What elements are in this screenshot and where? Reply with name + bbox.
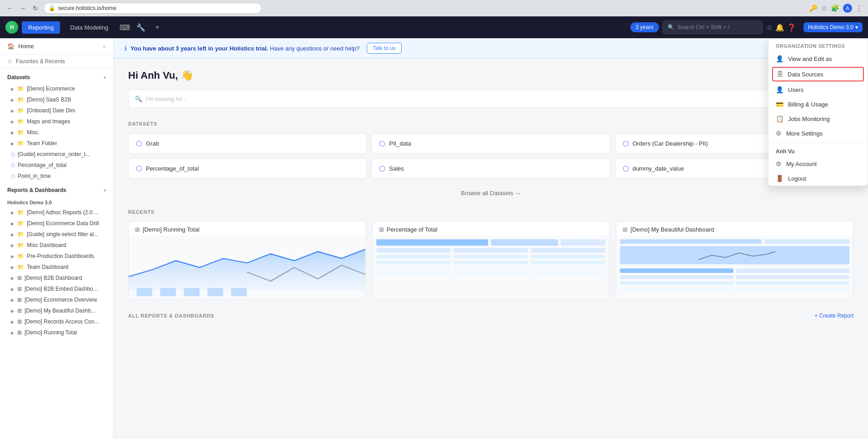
- recent-card-beautiful-dash[interactable]: ⊞ [Demo] My Beautiful Dashboard: [616, 221, 853, 300]
- sidebar-item-team-folder[interactable]: ▶ 📁 Team Folder: [0, 138, 113, 149]
- talk-to-us-button[interactable]: Talk to us: [367, 43, 402, 54]
- dataset-icon: ⬡: [136, 139, 142, 148]
- folder-icon: 📁: [17, 86, 24, 92]
- sidebar-item-date-dim[interactable]: ▶ 📁 [Onboard] Date Dim: [0, 105, 113, 116]
- sidebar-item-running-total[interactable]: ▶ ⊞ [Demo] Running Total: [0, 327, 113, 338]
- search-bar[interactable]: 🔍 Search Ctrl + Shift + /: [663, 20, 763, 34]
- item-label: [Demo] Records Access Con...: [25, 318, 106, 325]
- reports-section-title: Reports & Dashboards: [7, 187, 66, 193]
- plus-icon[interactable]: +: [151, 21, 164, 34]
- refresh-button[interactable]: ↻: [31, 4, 40, 13]
- dataset-card-pii[interactable]: ⬡ PII_data: [371, 133, 610, 154]
- browser-bar: ← → ↻ 🔒 secure.holistics.io/home 🔑 ☆ 🧩 A…: [0, 0, 868, 16]
- jobs-monitoring-item[interactable]: 📋 Jobs Monitoring: [768, 111, 868, 126]
- chevron-icon: ▶: [11, 298, 15, 303]
- item-label: [Demo] Ecommerce: [27, 86, 106, 92]
- more-settings-item[interactable]: ⚙ More Settings: [768, 126, 868, 141]
- folder-icon: ⊞: [17, 308, 22, 314]
- tab-reporting[interactable]: Reporting: [22, 21, 60, 34]
- data-sources-label: Data Sources: [788, 71, 823, 78]
- menu-icon[interactable]: ⋮: [856, 4, 863, 12]
- sidebar-item-adhoc[interactable]: ▶ 📁 [Demo] Adhoc Reports (2.0 ...: [0, 207, 113, 218]
- folder-icon: ⊞: [17, 329, 22, 336]
- svg-rect-3: [184, 288, 200, 296]
- sidebar-favorites[interactable]: ☆ Favorites & Recents: [0, 55, 113, 69]
- more-settings-label: More Settings: [786, 130, 823, 137]
- folder-icon: ⊞: [17, 318, 22, 325]
- dataset-icon: ⬡: [379, 164, 385, 173]
- user-profile-icon[interactable]: A: [843, 4, 852, 13]
- dataset-card-percentage[interactable]: ⬡ Percentage_of_total: [128, 158, 367, 179]
- sidebar-item-records[interactable]: ▶ ⊞ [Demo] Records Access Con...: [0, 316, 113, 327]
- back-button[interactable]: ←: [5, 4, 15, 13]
- dataset-name: dummy_date_value: [633, 165, 684, 172]
- sidebar-item-ecom-drill[interactable]: ▶ 📁 [Demo] Ecommerce Data Drill: [0, 218, 113, 229]
- sidebar-item-point-in-time[interactable]: ⬡ Point_in_time: [0, 171, 113, 182]
- star-icon[interactable]: ☆: [821, 4, 827, 12]
- sidebar-item-misc[interactable]: ▶ 📁 Misc.: [0, 127, 113, 138]
- logout-item[interactable]: 🚪 Logout: [768, 171, 868, 186]
- notification-icon[interactable]: 🔔: [775, 23, 784, 32]
- sidebar-item-guide-filter[interactable]: ▶ 📁 [Guide] single-select filter al...: [0, 229, 113, 240]
- users-item[interactable]: 👤 Users: [768, 82, 868, 97]
- item-label: [Demo] B2B Embed Dashbo...: [25, 286, 106, 292]
- recent-card-running-total[interactable]: ⊞ [Demo] Running Total: [128, 221, 366, 300]
- dataset-card-grab[interactable]: ⬡ Grab: [128, 133, 367, 154]
- bookmark-icon[interactable]: ☆: [766, 23, 773, 32]
- my-account-item[interactable]: ⚙ My Account: [768, 156, 868, 171]
- dataset-card-sales[interactable]: ⬡ Sales: [371, 158, 610, 179]
- item-label: [Demo] B2B Dashboard: [25, 275, 106, 281]
- folder-icon: 📁: [17, 129, 24, 136]
- folder-icon: ⊞: [17, 275, 22, 281]
- chevron-icon: ▶: [11, 243, 15, 248]
- sidebar-item-beautiful[interactable]: ▶ ⊞ [Demo] My Beautiful Dashb...: [0, 305, 113, 316]
- datasets-toggle[interactable]: ▾: [104, 75, 106, 80]
- period-button[interactable]: 3 years: [630, 22, 659, 32]
- item-label: Team Dashboard: [27, 264, 106, 270]
- recent-card-header: ⊞ Percentage of Total: [373, 222, 609, 236]
- sidebar-item-preprod[interactable]: ▶ 📁 Pre-Production Dashboards: [0, 251, 113, 262]
- sidebar: 🏠 Home « ☆ Favorites & Recents Datasets …: [0, 38, 114, 439]
- help-icon[interactable]: ❓: [787, 23, 796, 32]
- data-sources-item[interactable]: 🗄 Data Sources: [772, 67, 864, 81]
- datasets-section-title: Datasets: [7, 74, 30, 81]
- chevron-icon: ▶: [11, 97, 15, 102]
- billing-item[interactable]: 💳 Billing & Usage: [768, 97, 868, 111]
- sidebar-item-saas[interactable]: ▶ 📁 [Demo] SaaS B2B: [0, 94, 113, 105]
- wrench-icon[interactable]: 🔧: [135, 21, 147, 34]
- sidebar-item-guide-ecommerce[interactable]: ⬡ [Guide] ecommerce_order_t...: [0, 149, 113, 160]
- content-search-bar[interactable]: 🔍 I'm looking for...: [128, 90, 853, 108]
- collapse-icon[interactable]: «: [103, 43, 106, 50]
- browse-all-datasets[interactable]: Browse all Datasets →: [128, 185, 853, 201]
- recents-title: RECENTS: [128, 209, 155, 215]
- chevron-icon: ▶: [11, 141, 15, 146]
- sidebar-item-maps[interactable]: ▶ 📁 Maps and Images: [0, 116, 113, 127]
- sidebar-item-team-dash[interactable]: ▶ 📁 Team Dashboard: [0, 262, 113, 272]
- recent-card-percentage[interactable]: ⊞ Percentage of Total: [372, 221, 610, 300]
- reports-toggle[interactable]: ▾: [104, 188, 106, 193]
- sidebar-item-percentage[interactable]: ⬡ Percentage_of_total: [0, 160, 113, 171]
- user-menu-button[interactable]: Holistics Demo 3.0 ▾: [803, 22, 863, 32]
- chevron-icon: ▶: [11, 130, 15, 135]
- sidebar-item-ecommerce[interactable]: ▶ 📁 [Demo] Ecommerce: [0, 83, 113, 94]
- view-edit-label: View and Edit as: [788, 56, 832, 62]
- tab-data-modeling[interactable]: Data Modeling: [64, 21, 115, 34]
- dashboard-preview: [616, 236, 853, 299]
- forward-button[interactable]: →: [18, 4, 27, 13]
- item-label: Pre-Production Dashboards: [27, 253, 106, 259]
- trial-banner: ℹ You have about 3 years left in your Ho…: [114, 38, 868, 59]
- sidebar-item-misc-dash[interactable]: ▶ 📁 Misc Dashboard: [0, 240, 113, 251]
- svg-rect-5: [231, 288, 247, 296]
- terminal-icon[interactable]: ⌨: [118, 21, 131, 34]
- sidebar-item-b2b-embed[interactable]: ▶ ⊞ [Demo] B2B Embed Dashbo...: [0, 283, 113, 294]
- create-report-button[interactable]: + Create Report: [814, 313, 853, 319]
- sidebar-item-ecom-overview[interactable]: ▶ ⊞ [Demo] Ecommerce Overview: [0, 294, 113, 305]
- sidebar-home[interactable]: 🏠 Home «: [0, 38, 113, 55]
- folder-icon: 📁: [17, 209, 24, 216]
- extension-icon[interactable]: 🧩: [831, 4, 839, 12]
- dataset-name: Orders (Car Dealership - PII): [633, 140, 708, 147]
- sidebar-item-b2b[interactable]: ▶ ⊞ [Demo] B2B Dashboard: [0, 272, 113, 283]
- view-edit-as-item[interactable]: 👤 View and Edit as: [768, 51, 868, 66]
- main-layout: 🏠 Home « ☆ Favorites & Recents Datasets …: [0, 38, 868, 439]
- address-bar[interactable]: 🔒 secure.holistics.io/home: [44, 3, 262, 14]
